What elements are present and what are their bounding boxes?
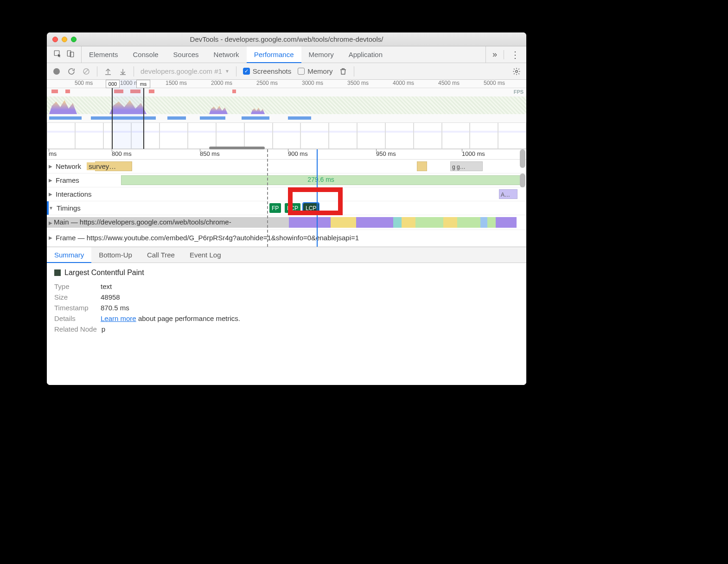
window-title: DevTools - developers.google.com/web/too… <box>47 35 526 43</box>
divider <box>134 66 134 77</box>
overview-tick: 4500 ms <box>438 80 460 86</box>
summary-swatch-icon <box>54 269 61 276</box>
divider <box>504 50 504 59</box>
divider <box>236 66 236 77</box>
window-titlebar: DevTools - developers.google.com/web/too… <box>47 32 526 46</box>
screenshots-label: Screenshots <box>253 67 291 75</box>
tab-network[interactable]: Network <box>206 46 247 63</box>
tabstrip-overflow: ⋮ <box>485 46 526 63</box>
main-tabstrip: Elements Console Sources Network Perform… <box>47 46 526 63</box>
summary-relatednode-value[interactable]: p <box>102 325 105 333</box>
marker-dashed <box>267 149 268 247</box>
details-tab-summary[interactable]: Summary <box>47 247 91 263</box>
detail-tick: 950 ms <box>376 150 396 157</box>
summary-type-label: Type <box>54 282 96 290</box>
perf-toolbar: developers.google.com #1▼ ✓Screenshots M… <box>47 63 526 80</box>
summary-pane: Largest Contentful Paint Typetext Size48… <box>47 263 526 385</box>
network-track[interactable]: Network survey… g g… <box>47 160 526 173</box>
save-profile-button[interactable] <box>119 67 127 76</box>
minimize-icon[interactable] <box>62 37 67 42</box>
recording-dropdown-label: developers.google.com #1 <box>140 67 222 75</box>
animation-block[interactable]: A… <box>499 189 517 199</box>
network-track-label[interactable]: Network survey… <box>49 162 118 170</box>
flamechart-area[interactable]: ms 800 ms 850 ms 900 ms 950 ms 1000 ms N… <box>47 149 526 247</box>
devtools-window: DevTools - developers.google.com/web/too… <box>47 32 526 385</box>
summary-timestamp-value: 870.5 ms <box>101 304 129 312</box>
close-icon[interactable] <box>52 37 58 42</box>
summary-title: Largest Contentful Paint <box>64 269 144 277</box>
overview-tick: 2000 ms <box>211 80 232 86</box>
summary-size-label: Size <box>54 293 96 301</box>
overview-tick: 500 ms <box>75 80 93 86</box>
selection-left-handle[interactable]: 000 <box>106 80 120 88</box>
frame-track-label[interactable]: Frame — https://www.youtube.com/embed/G_… <box>49 234 359 242</box>
detail-scrollbar[interactable] <box>520 149 525 247</box>
inspect-element-icon[interactable] <box>53 50 62 59</box>
frame-block[interactable]: 279.6 ms <box>121 175 521 185</box>
overview-tick: 5000 ms <box>484 80 505 86</box>
overview-minimap[interactable]: 500 ms 1000 ms 1500 ms 2000 ms 2500 ms 3… <box>47 80 526 149</box>
details-tab-bottomup[interactable]: Bottom-Up <box>91 247 140 263</box>
main-track-label[interactable]: Main — https://developers.google.com/web… <box>49 218 231 226</box>
detail-tick: 800 ms <box>112 150 132 157</box>
fcp-marker[interactable]: FCP <box>285 203 300 213</box>
details-tabstrip: Summary Bottom-Up Call Tree Event Log <box>47 247 526 263</box>
playhead[interactable] <box>317 149 318 247</box>
tab-elements[interactable]: Elements <box>82 46 126 63</box>
details-tab-eventlog[interactable]: Event Log <box>182 247 229 263</box>
timings-track-label[interactable]: Timings <box>49 204 81 212</box>
memory-label: Memory <box>307 67 332 75</box>
kebab-menu-icon[interactable]: ⋮ <box>511 49 520 60</box>
overflow-icon[interactable] <box>492 50 497 59</box>
detail-tick: 850 ms <box>200 150 220 157</box>
overview-selection[interactable]: 000 ms <box>112 80 144 149</box>
tab-memory[interactable]: Memory <box>301 46 341 63</box>
fp-marker[interactable]: FP <box>269 203 281 213</box>
settings-icon[interactable] <box>512 67 521 76</box>
tab-application[interactable]: Application <box>341 46 390 63</box>
tab-sources[interactable]: Sources <box>166 46 206 63</box>
divider <box>97 66 97 77</box>
summary-type-value: text <box>101 282 112 290</box>
load-profile-button[interactable] <box>104 67 112 76</box>
svg-point-5 <box>516 70 518 72</box>
divider <box>354 66 354 77</box>
trash-icon[interactable] <box>339 67 347 76</box>
screenshots-checkbox[interactable]: ✓Screenshots <box>243 67 291 75</box>
device-toggle-icon[interactable] <box>66 50 75 59</box>
summary-timestamp-label: Timestamp <box>54 304 96 312</box>
panel-tabs: Elements Console Sources Network Perform… <box>82 46 485 63</box>
timings-track[interactable]: Timings FP FCP LCP <box>47 201 526 215</box>
selection-right-handle[interactable]: ms <box>136 80 150 88</box>
svg-line-4 <box>84 69 89 73</box>
interactions-track-label[interactable]: Interactions <box>49 190 92 198</box>
summary-header: Largest Contentful Paint <box>54 269 519 277</box>
frames-track[interactable]: Frames 279.6 ms <box>47 173 526 187</box>
record-button[interactable] <box>52 67 61 76</box>
summary-details-value: Learn more about page performance metric… <box>101 314 240 322</box>
reload-record-button[interactable] <box>67 67 76 76</box>
tab-console[interactable]: Console <box>126 46 166 63</box>
main-thread-track[interactable]: Main — https://developers.google.com/web… <box>47 215 526 230</box>
interactions-track[interactable]: Interactions A… <box>47 187 526 201</box>
overview-tick: 4000 ms <box>393 80 414 86</box>
summary-size-value: 48958 <box>101 293 120 301</box>
frames-track-label[interactable]: Frames <box>49 176 79 184</box>
network-request-block[interactable]: g g… <box>450 161 483 171</box>
recording-dropdown[interactable]: developers.google.com #1▼ <box>140 67 230 75</box>
overview-tick: 2500 ms <box>256 80 278 86</box>
tab-performance[interactable]: Performance <box>247 46 301 63</box>
memory-checkbox[interactable]: Memory <box>298 67 332 75</box>
frame-duration: 279.6 ms <box>307 176 334 183</box>
learn-more-link[interactable]: Learn more <box>101 314 136 322</box>
detail-tick: 1000 ms <box>462 150 485 157</box>
frame-thread-track[interactable]: Frame — https://www.youtube.com/embed/G_… <box>47 230 526 247</box>
clear-button[interactable] <box>82 67 90 76</box>
overview-tick: 3000 ms <box>302 80 323 86</box>
network-request-block[interactable] <box>417 161 427 171</box>
zoom-icon[interactable] <box>71 37 77 42</box>
summary-relatednode-label: Related Node <box>54 325 97 333</box>
traffic-lights <box>47 37 77 42</box>
detail-tick: 900 ms <box>288 150 308 157</box>
details-tab-calltree[interactable]: Call Tree <box>140 247 182 263</box>
